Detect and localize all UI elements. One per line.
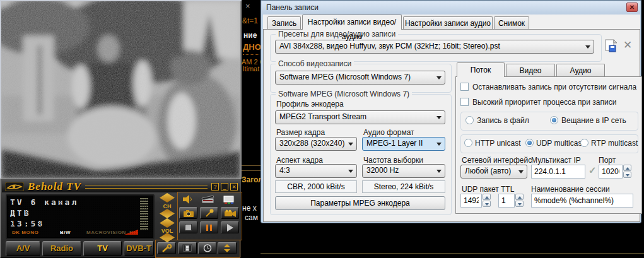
save-preset-icon[interactable] bbox=[604, 39, 617, 53]
tv-help-button[interactable]: ? bbox=[211, 183, 219, 191]
display-icon[interactable] bbox=[223, 195, 235, 204]
dialog-titlebar[interactable]: Панель записи bbox=[262, 1, 640, 15]
settings-button[interactable] bbox=[157, 242, 176, 254]
high-priority-checkbox[interactable] bbox=[460, 98, 469, 106]
play-icon bbox=[227, 224, 233, 232]
speaker-icon[interactable] bbox=[182, 195, 194, 204]
signal-strength-icon bbox=[124, 230, 138, 235]
more-button[interactable] bbox=[218, 242, 237, 254]
video-record-button[interactable] bbox=[221, 207, 239, 219]
lcd-level-meter bbox=[140, 198, 148, 231]
rtp-multicast-radio[interactable] bbox=[580, 139, 588, 147]
pause-button[interactable] bbox=[200, 221, 218, 233]
channel-label: CH bbox=[160, 203, 175, 209]
tab-record[interactable]: Запись bbox=[267, 16, 301, 30]
stream-tab-audio[interactable]: Аудио bbox=[556, 64, 605, 77]
samplerate-value: 32000 Hz bbox=[366, 166, 399, 175]
mpeg-params-button[interactable]: Параметры MPEG энкодера bbox=[275, 196, 445, 210]
camera-icon bbox=[183, 209, 194, 217]
volume-up-button[interactable] bbox=[160, 218, 175, 228]
record-method-value: Software MPEG (Microsoft Windows 7) bbox=[279, 73, 411, 81]
ttl-field[interactable] bbox=[498, 194, 515, 208]
frame-size-combobox[interactable]: 320x288 (320x240) bbox=[275, 137, 357, 151]
lcd-display: TV 6 канал ДТВ 13:58 DK MONO B/W MACROVI… bbox=[6, 194, 155, 239]
dialog-close-button[interactable]: ✕ bbox=[626, 3, 638, 12]
lcd-standard-indicator: DK MONO bbox=[12, 230, 38, 235]
audio-format-combobox[interactable]: MPEG-1 Layer II bbox=[362, 137, 445, 151]
samplerate-combobox[interactable]: 32000 Hz bbox=[362, 164, 445, 178]
broadcast-ip-radio[interactable] bbox=[550, 116, 558, 124]
record-to-file-label[interactable]: Запись в файл bbox=[477, 116, 529, 125]
udp-packet-field[interactable] bbox=[460, 194, 482, 208]
lcd-channel-line: TV 6 канал bbox=[10, 197, 78, 207]
audio-format-value: MPEG-1 Layer II bbox=[366, 139, 423, 148]
background-divider bbox=[261, 253, 644, 254]
udp-multicast-label[interactable]: UDP multicast bbox=[536, 139, 584, 148]
record-to-file-radio[interactable] bbox=[465, 116, 474, 124]
tab-snapshot[interactable]: Снимок bbox=[494, 16, 529, 30]
scheduler-button[interactable] bbox=[198, 242, 216, 254]
video-bitrate-button[interactable]: CBR, 2000 kBit/s bbox=[275, 180, 357, 193]
interface-combobox[interactable]: Любой (авто) bbox=[460, 165, 527, 179]
delete-preset-icon[interactable]: ✕ bbox=[623, 38, 632, 52]
desktop: × &t=1 ние ДНОС AM 2 0 ltimat Загол не х… bbox=[0, 0, 644, 258]
channel-up-button[interactable] bbox=[160, 193, 175, 202]
frame-size-label: Размер кадра bbox=[276, 128, 325, 137]
multicast-ip-field[interactable] bbox=[531, 165, 585, 179]
stop-on-no-signal-checkbox[interactable] bbox=[460, 83, 469, 91]
background-text-fragment: не х bbox=[242, 204, 257, 213]
source-radio-button[interactable]: Radio bbox=[42, 241, 81, 256]
titlebar-gold-line bbox=[85, 185, 208, 189]
tv-minimize-button[interactable]: _ bbox=[221, 183, 228, 191]
port-field[interactable] bbox=[599, 165, 623, 179]
background-divider bbox=[242, 170, 261, 171]
http-unicast-radio[interactable] bbox=[464, 139, 472, 147]
record-method-combobox[interactable]: Software MPEG (Microsoft Windows 7) bbox=[275, 71, 445, 85]
clapperboard-icon[interactable] bbox=[201, 194, 215, 204]
udp-multicast-radio[interactable] bbox=[525, 139, 534, 147]
aspect-value: 4:3 bbox=[279, 166, 290, 175]
recordings-button[interactable] bbox=[178, 242, 197, 254]
play-button[interactable] bbox=[221, 221, 239, 233]
up-down-arrows-icon bbox=[223, 244, 231, 252]
ttl-stepper[interactable] bbox=[515, 194, 524, 208]
source-tv-button[interactable]: TV bbox=[83, 241, 122, 256]
dialog-client-area: Запись Настройки записи видео/аудио Наст… bbox=[263, 15, 640, 222]
channel-down-button[interactable] bbox=[160, 209, 175, 218]
background-text-fragment: сам bbox=[245, 213, 258, 222]
apply-check-icon[interactable]: ✓ bbox=[588, 165, 597, 176]
multicast-ip-label: Мультикаст IP bbox=[531, 156, 581, 165]
source-av-button[interactable]: A/V bbox=[6, 241, 40, 256]
stop-on-no-signal-label[interactable]: Останавливать запись при отсутствии сигн… bbox=[472, 83, 636, 91]
tab-audio-settings[interactable]: Настройки записи аудио bbox=[403, 16, 493, 30]
tv-close-button[interactable]: ✕ bbox=[230, 183, 238, 191]
high-priority-label[interactable]: Высокий приоритет процесса при записи bbox=[472, 98, 616, 107]
port-label: Порт bbox=[599, 156, 616, 165]
session-name-field[interactable] bbox=[531, 194, 633, 208]
stream-tab-video[interactable]: Видео bbox=[506, 64, 555, 77]
preset-combobox[interactable]: AVI 384x288, видео Huffyuv, звук PCM (32… bbox=[275, 40, 594, 54]
background-text-fragment: Загол bbox=[242, 175, 263, 184]
audio-bitrate-button[interactable]: Stereo, 224 kBit/s bbox=[362, 180, 445, 193]
broadcast-ip-label[interactable]: Вещание в IP сеть bbox=[561, 116, 626, 125]
stream-tab-stream[interactable]: Поток bbox=[457, 62, 505, 77]
background-close-icon[interactable]: × bbox=[245, 1, 250, 11]
http-unicast-label[interactable]: HTTP unicast bbox=[475, 139, 520, 148]
background-divider bbox=[242, 165, 261, 166]
snapshot-button[interactable] bbox=[179, 207, 197, 219]
source-dvbt-button[interactable]: DVB-T bbox=[124, 241, 154, 256]
tv-panel-titlebar[interactable]: Behold TV ? _ ✕ bbox=[2, 180, 240, 192]
audio-format-label: Аудио формат bbox=[363, 128, 414, 137]
aspect-combobox[interactable]: 4:3 bbox=[275, 164, 357, 178]
clock-icon bbox=[203, 244, 212, 252]
rtp-multicast-label[interactable]: RTP multicast bbox=[591, 139, 638, 148]
tv-video-preview[interactable] bbox=[0, 0, 242, 179]
encoder-profile-combobox[interactable]: MPEG2 Transport Stream bbox=[275, 110, 445, 124]
preset-value: AVI 384x288, видео Huffyuv, звук PCM (32… bbox=[279, 42, 500, 50]
udp-packet-label: UDP пакет bbox=[462, 185, 499, 194]
tab-video-audio-settings[interactable]: Настройки записи видео/аудио bbox=[302, 15, 402, 30]
stop-button[interactable] bbox=[179, 221, 197, 233]
udp-packet-stepper[interactable] bbox=[483, 194, 491, 208]
port-stepper[interactable] bbox=[623, 165, 631, 179]
audio-record-button[interactable] bbox=[200, 207, 218, 219]
